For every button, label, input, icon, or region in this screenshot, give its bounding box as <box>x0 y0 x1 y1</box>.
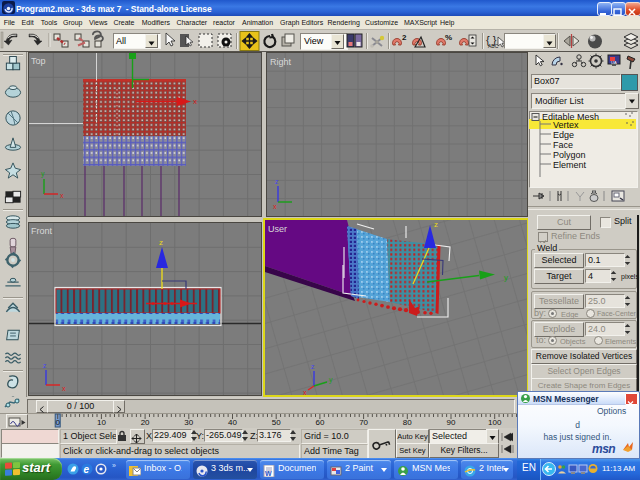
svg-text:z: z <box>43 362 47 369</box>
svg-text:100: 100 <box>488 418 502 427</box>
svg-text:40: 40 <box>228 418 237 427</box>
svg-text:z: z <box>275 178 279 185</box>
svg-text:Face: Face <box>553 140 573 150</box>
svg-text:User: User <box>268 224 287 234</box>
svg-text:e: e <box>84 464 90 475</box>
svg-text:W: W <box>265 470 272 477</box>
svg-text:x: x <box>62 385 66 392</box>
svg-text:x: x <box>273 203 277 210</box>
svg-text:60: 60 <box>315 418 324 427</box>
svg-text:z: z <box>311 363 315 370</box>
svg-text:y: y <box>329 376 333 384</box>
svg-text:x: x <box>60 192 64 199</box>
svg-text:z: z <box>434 220 438 229</box>
svg-text:Edge: Edge <box>553 130 574 140</box>
svg-text:»: » <box>112 462 116 469</box>
svg-text:30: 30 <box>184 418 193 427</box>
svg-text:70: 70 <box>359 418 368 427</box>
svg-text:Element: Element <box>553 160 587 170</box>
svg-text:Front: Front <box>31 226 53 236</box>
svg-text:x: x <box>303 389 307 395</box>
svg-text:50: 50 <box>272 418 281 427</box>
svg-text:y: y <box>41 170 45 178</box>
svg-text:Top: Top <box>31 56 46 66</box>
svg-text:10: 10 <box>97 418 106 427</box>
svg-text:90: 90 <box>447 418 456 427</box>
svg-text:Polygon: Polygon <box>553 150 586 160</box>
svg-text:UA: UA <box>611 60 617 65</box>
svg-text:x: x <box>193 97 197 106</box>
svg-text:20: 20 <box>141 418 150 427</box>
svg-text:%: % <box>445 33 452 42</box>
svg-text:ABC: ABC <box>488 43 499 49</box>
svg-text:0: 0 <box>55 418 60 427</box>
svg-text:y: y <box>504 273 508 282</box>
svg-text:2: 2 <box>402 33 407 42</box>
svg-text:Right: Right <box>270 57 292 67</box>
svg-text:z: z <box>159 238 163 247</box>
svg-text:80: 80 <box>403 418 412 427</box>
svg-text:Vertex: Vertex <box>553 120 579 130</box>
